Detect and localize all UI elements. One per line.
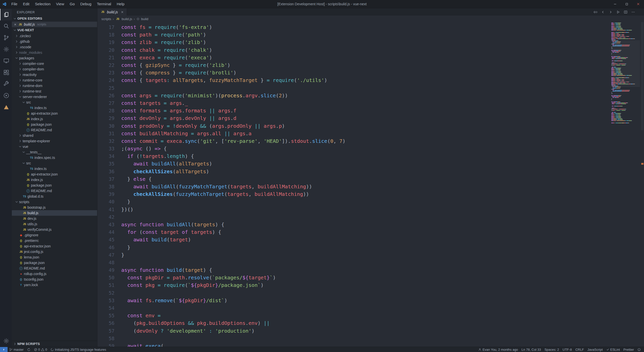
tree-item-compiler-dom[interactable]: compiler-dom [12,66,97,72]
tab-close-icon[interactable] [121,11,124,14]
code-line[interactable]: 53 await fs.remove(`${pkgDir}/dist`) [97,297,644,304]
menu-terminal[interactable]: Terminal [94,0,114,8]
code-line[interactable]: 49async function build(target) { [97,266,644,274]
code-line[interactable]: 58 [97,335,644,342]
code-line[interactable]: 57 (devOnly ? 'development' : 'productio… [97,327,644,335]
tree-item-lerna.json[interactable]: lerna.json [12,254,97,260]
close-button[interactable] [632,0,644,8]
activity-search-icon[interactable] [0,20,12,32]
project-root-header[interactable]: VUE-NEXT [12,27,97,33]
tree-item-node_modules[interactable]: node_modules [12,50,97,55]
maximize-button[interactable] [621,0,632,8]
tree-item-package.json[interactable]: package.json [12,122,97,127]
tree-item-scripts[interactable]: scripts [12,199,97,205]
code-line[interactable]: 45 await build(target) [97,236,644,243]
tree-item-api-extractor.json[interactable]: api-extractor.json [12,243,97,249]
tree-item-compiler-core[interactable]: compiler-core [12,61,97,66]
activity-manage-icon[interactable] [0,335,12,347]
code-line[interactable]: 30const prodOnly = !devOnly && (args.pro… [97,122,644,129]
code-line[interactable]: 18const path = require('path') [97,31,644,38]
tab-build-js[interactable]: build.js [97,8,127,16]
tree-item-.circleci[interactable]: .circleci [12,33,97,39]
code-line[interactable]: 29const devOnly = args.devOnly || args.d [97,114,644,122]
close-icon[interactable] [14,23,17,26]
back-icon[interactable] [600,9,606,15]
code-line[interactable]: 22const { gzipSync } = require('zlib') [97,61,644,69]
npm-scripts-header[interactable]: NPM SCRIPTS [12,341,97,347]
code-line[interactable]: 28const formats = args.formats || args.f [97,107,644,114]
forward-icon[interactable] [607,9,614,15]
open-editor-item[interactable]: build.js scripts [12,22,97,27]
tree-item-__tests__[interactable]: __tests__ [12,149,97,155]
tree-item-README.md[interactable]: README.md [12,266,97,271]
tree-item-README.md[interactable]: README.md [12,127,97,133]
code-line[interactable]: 48 [97,259,644,266]
remote-indicator[interactable] [0,347,8,352]
tree-item-.vscode[interactable]: .vscode [12,44,97,50]
code-line[interactable]: 25 [97,84,644,92]
tree-item-README.md[interactable]: README.md [12,188,97,194]
code-line[interactable]: 19const zlib = require('zlib') [97,38,644,46]
code-line[interactable]: 23const { compress } = require('brotli') [97,69,644,76]
tree-item-rollup.config.js[interactable]: rollup.config.js [12,271,97,277]
git-blame[interactable]: Evan You, 2 months ago [476,347,520,352]
code-line[interactable]: 31const buildAllMatching = args.all || a… [97,130,644,137]
tree-item-tsconfig.json[interactable]: tsconfig.json [12,277,97,282]
run-icon[interactable] [615,9,621,15]
git-sync-button[interactable] [25,347,32,352]
minimap[interactable] [611,23,640,124]
tree-item-packages[interactable]: packages [12,55,97,61]
activity-settings-icon[interactable] [0,43,12,55]
activity-extensions-icon[interactable] [0,67,12,78]
menu-debug[interactable]: Debug [77,0,94,8]
code-line[interactable]: 46 } [97,243,644,251]
tree-item-shared[interactable]: shared [12,133,97,138]
problems-status[interactable]: 0 0 [32,347,49,352]
tree-item-.github[interactable]: .github [12,39,97,44]
code-line[interactable]: 21const execa = require('execa') [97,54,644,61]
code-editor[interactable]: 17const fs = require('fs-extra')18const … [97,22,644,347]
tree-item-package.json[interactable]: package.json [12,183,97,188]
code-line[interactable]: 52 [97,289,644,297]
code-line[interactable]: 44 for (const target of targets) { [97,228,644,236]
tree-item-yarn.lock[interactable]: yarn.lock [12,282,97,288]
tree-item-jest.config.js[interactable]: jest.config.js [12,249,97,254]
eslint-status[interactable]: ESLint [605,347,622,352]
code-line[interactable]: 27const targets = args._ [97,99,644,107]
prettier-status[interactable]: Prettier [622,347,636,352]
tree-item-vue[interactable]: vue [12,144,97,149]
tree-item-api-extractor.json[interactable]: api-extractor.json [12,171,97,177]
code-line[interactable]: 38 await buildAll(fuzzyMatchTarget(targe… [97,183,644,190]
tree-item-index.ts[interactable]: index.ts [12,166,97,171]
code-line[interactable]: 36 checkAllSizes(allTargets) [97,168,644,175]
tree-item-.gitignore[interactable]: .gitignore [12,232,97,238]
code-line[interactable]: 20const chalk = require('chalk') [97,46,644,54]
breadcrumb-folder[interactable]: scripts [101,17,111,21]
language-mode[interactable]: JavaScript [586,347,605,352]
code-line[interactable]: 43async function buildAll(targets) { [97,221,644,228]
code-line[interactable]: 40 } [97,198,644,205]
tree-item-index.js[interactable]: index.js [12,116,97,122]
activity-triangle-icon[interactable] [0,101,12,113]
code-line[interactable]: 55 const env = [97,312,644,319]
indentation-status[interactable]: Spaces: 2 [543,347,561,352]
menu-file[interactable]: File [9,0,20,8]
open-changes-icon[interactable] [592,9,599,15]
tree-item-.prettierrc[interactable]: .prettierrc [12,238,97,243]
minimize-button[interactable] [609,0,621,8]
tree-item-utils.js[interactable]: utils.js [12,221,97,227]
code-line[interactable]: 37 } else { [97,175,644,183]
code-line[interactable]: 59 await execa( [97,342,644,347]
activity-explorer-icon[interactable] [0,9,12,20]
git-branch-status[interactable]: master [8,347,25,352]
code-line[interactable]: 32const commit = execa.sync('git', ['rev… [97,137,644,145]
menu-selection[interactable]: Selection [32,0,53,8]
activity-tools-icon[interactable] [0,78,12,90]
code-line[interactable]: 26const args = require('minimist')(proce… [97,92,644,99]
code-line[interactable]: 17const fs = require('fs-extra') [97,23,644,31]
minimap-viewport[interactable] [611,40,640,87]
menu-edit[interactable]: Edit [20,0,32,8]
code-line[interactable]: 33;(async () => { [97,145,644,152]
open-editors-header[interactable]: OPEN EDITORS [12,16,97,22]
menu-view[interactable]: View [53,0,67,8]
